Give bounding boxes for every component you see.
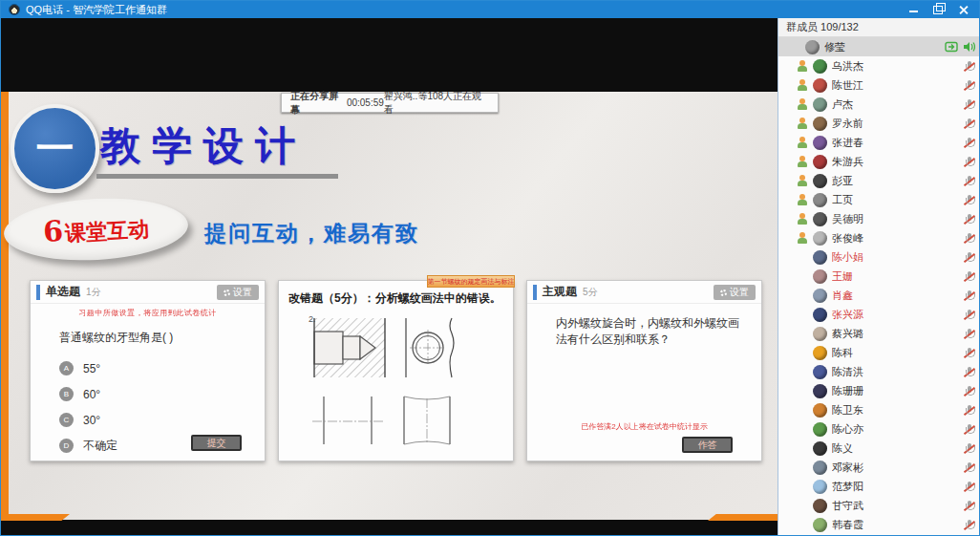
quiz-card-single-choice: 单选题 1分 设置 习题中所做设置，将应用到此试卷统计 普通螺纹的牙型角是( )… xyxy=(30,280,266,461)
sharing-status-bar[interactable]: 正在分享屏幕 00:05:59 翟兴鸿..等108人正在观看 xyxy=(281,93,499,113)
member-name: 罗永前 xyxy=(832,117,963,131)
option-a[interactable]: A 55° xyxy=(59,355,265,381)
minimize-button[interactable] xyxy=(908,5,920,14)
slide-left-border xyxy=(1,92,9,520)
member-row[interactable]: 罗永前 xyxy=(778,114,980,133)
option-d-text: 不确定 xyxy=(83,438,117,454)
mic-muted-icon xyxy=(963,213,975,225)
member-row[interactable]: 朱游兵 xyxy=(778,152,980,171)
window-titlebar[interactable]: QQ电话 - 智汽学院工作通知群 xyxy=(1,1,980,18)
avatar xyxy=(813,365,827,379)
avatar xyxy=(813,250,827,265)
slide-subtitle: 提问互动，难易有致 xyxy=(204,219,419,248)
mic-muted-icon xyxy=(963,137,975,149)
gear-icon xyxy=(720,289,727,296)
mic-muted-icon xyxy=(963,328,975,340)
member-row[interactable]: 陈清洪 xyxy=(778,362,980,381)
mic-muted-icon xyxy=(963,98,975,111)
member-row[interactable]: 蔡兴璐 xyxy=(778,324,980,343)
member-name: 陈科 xyxy=(832,346,963,360)
member-name: 朱游兵 xyxy=(832,155,963,169)
avatar xyxy=(813,136,827,150)
member-role-icon xyxy=(798,232,807,244)
member-row[interactable]: 陈珊珊 xyxy=(778,381,980,400)
question-type-label: 主观题 xyxy=(543,284,577,300)
option-b-text: 60° xyxy=(83,388,100,401)
member-row[interactable]: 张俊峰 xyxy=(778,228,980,247)
question-score: 1分 xyxy=(86,286,101,299)
mic-muted-icon xyxy=(963,500,975,512)
member-role-icon xyxy=(798,156,807,167)
member-name: 肖鑫 xyxy=(832,289,963,303)
member-name: 陈心亦 xyxy=(832,422,963,437)
member-row[interactable]: 乌洪杰 xyxy=(778,56,980,75)
member-row[interactable]: 邓家彬 xyxy=(778,458,980,477)
avatar xyxy=(813,346,827,360)
avatar xyxy=(813,441,827,456)
restore-button[interactable] xyxy=(933,5,945,14)
answer-button[interactable]: 作答 xyxy=(682,437,733,453)
avatar xyxy=(813,518,827,532)
settings-label: 设置 xyxy=(730,286,749,299)
member-row[interactable]: 陈科 xyxy=(778,343,980,362)
question-score: 5分 xyxy=(583,286,598,299)
member-name: 吴德明 xyxy=(832,212,963,226)
member-row[interactable]: 甘守武 xyxy=(778,496,980,515)
option-c[interactable]: C 30° xyxy=(59,407,265,433)
mic-muted-icon xyxy=(963,404,975,417)
member-name: 乌洪杰 xyxy=(832,59,963,74)
card-header: 单选题 1分 设置 xyxy=(31,281,265,304)
settings-label: 设置 xyxy=(233,286,252,299)
quiz-card-subjective: 主观题 5分 设置 内外螺纹旋合时，内螺纹和外螺纹画法有什么区别和联系？ 已作答… xyxy=(526,280,762,461)
mic-muted-icon xyxy=(963,519,975,531)
mic-muted-icon xyxy=(963,309,975,321)
member-row[interactable]: 陈心亦 xyxy=(778,419,980,439)
member-row[interactable]: 范梦阳 xyxy=(778,477,980,496)
member-role-icon xyxy=(798,60,807,72)
member-row[interactable]: 张进春 xyxy=(778,133,980,152)
member-role-icon xyxy=(798,137,807,148)
option-c-text: 30° xyxy=(83,414,100,427)
member-row[interactable]: 陈小娟 xyxy=(778,247,980,267)
member-row[interactable]: 卢杰 xyxy=(778,95,980,114)
option-a-text: 55° xyxy=(83,362,100,375)
member-row[interactable]: 彭亚 xyxy=(778,171,980,190)
member-row[interactable]: 陈世江 xyxy=(778,75,980,95)
mic-muted-icon xyxy=(963,385,975,397)
settings-button[interactable]: 设置 xyxy=(714,285,756,300)
member-row[interactable]: 肖鑫 xyxy=(778,286,980,305)
chapter-banner: 第一节螺纹的规定画法与标注 xyxy=(427,275,515,288)
question-text: 内外螺纹旋合时，内螺纹和外螺纹画法有什么区别和联系？ xyxy=(556,315,744,348)
member-name: 彭亚 xyxy=(832,174,963,188)
thread-drawing: 2. xyxy=(291,311,501,450)
slide-title: 教学设计 xyxy=(100,119,307,173)
submit-button[interactable]: 提交 xyxy=(191,435,242,451)
member-row[interactable]: 韩春霞 xyxy=(778,515,980,534)
member-name: 范梦阳 xyxy=(832,480,963,494)
member-row[interactable]: 张兴源 xyxy=(778,305,980,324)
member-list[interactable]: 乌洪杰 陈世江 卢杰 罗永前 张进春 朱游兵 彭亚 xyxy=(778,56,980,534)
member-name: 工页 xyxy=(832,193,963,207)
option-c-badge: C xyxy=(59,413,74,427)
avatar xyxy=(813,403,827,418)
avatar xyxy=(813,117,827,131)
member-role-icon xyxy=(798,98,807,110)
member-row[interactable]: 工页 xyxy=(778,190,980,209)
member-role-icon xyxy=(798,175,807,186)
option-b[interactable]: B 60° xyxy=(59,381,265,407)
avatar xyxy=(813,308,827,322)
member-name: 卢杰 xyxy=(832,97,963,112)
sharing-viewers: 翟兴鸿..等108人正在观看 xyxy=(384,90,489,117)
avatar xyxy=(813,78,827,93)
member-row[interactable]: 陈卫东 xyxy=(778,400,980,419)
settings-button[interactable]: 设置 xyxy=(217,285,259,300)
close-button[interactable] xyxy=(958,5,969,14)
member-row[interactable]: 陈义 xyxy=(778,439,980,458)
quiz-card-error-correction: 第一节螺纹的规定画法与标注 改错题（5分）：分析螺纹画法中的错误。 2. xyxy=(278,280,514,461)
member-name: 张俊峰 xyxy=(832,231,963,246)
member-row[interactable]: 王姗 xyxy=(778,267,980,286)
current-speaker-row[interactable]: 修莹 xyxy=(778,37,980,56)
member-row[interactable]: 吴德明 xyxy=(778,209,980,228)
mic-muted-icon xyxy=(963,60,975,73)
avatar xyxy=(813,193,827,207)
